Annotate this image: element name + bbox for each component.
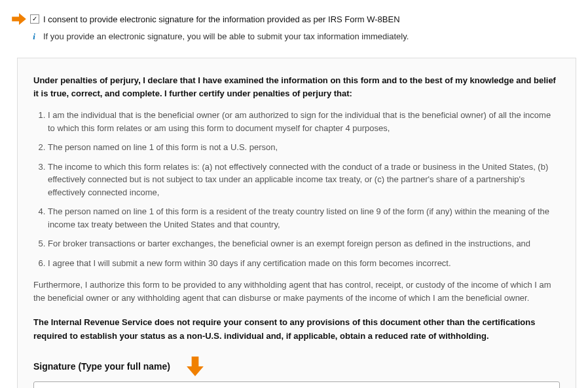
info-icon: i [30, 31, 38, 42]
irs-note: The Internal Revenue Service does not re… [33, 316, 560, 343]
list-item: For broker transactions or barter exchan… [48, 237, 560, 250]
list-item: I agree that I will submit a new form wi… [48, 257, 560, 270]
list-item: The income to which this form relates is… [48, 161, 560, 199]
signature-label: Signature (Type your full name) [33, 361, 170, 372]
info-row: i If you provide an electronic signature… [30, 31, 576, 42]
certification-list: I am the individual that is the benefici… [33, 109, 560, 269]
list-item: I am the individual that is the benefici… [48, 109, 560, 134]
consent-checkbox[interactable]: ✓ [30, 14, 39, 24]
pointer-arrow-icon [12, 13, 26, 25]
consent-label: I consent to provide electronic signatur… [43, 14, 400, 24]
list-item: The person named on line 1 of this form … [48, 141, 560, 154]
perjury-intro: Under penalties of perjury, I declare th… [33, 74, 560, 100]
furthermore-text: Furthermore, I authorize this form to be… [33, 279, 560, 304]
pointer-arrow-down-icon [186, 357, 204, 376]
certification-panel: Under penalties of perjury, I declare th… [17, 58, 576, 388]
consent-row: ✓ I consent to provide electronic signat… [12, 13, 576, 25]
info-text: If you provide an electronic signature, … [43, 31, 409, 41]
signature-label-row: Signature (Type your full name) [33, 357, 560, 376]
signature-input[interactable] [33, 381, 560, 388]
list-item: The person named on line 1 of this form … [48, 205, 560, 231]
